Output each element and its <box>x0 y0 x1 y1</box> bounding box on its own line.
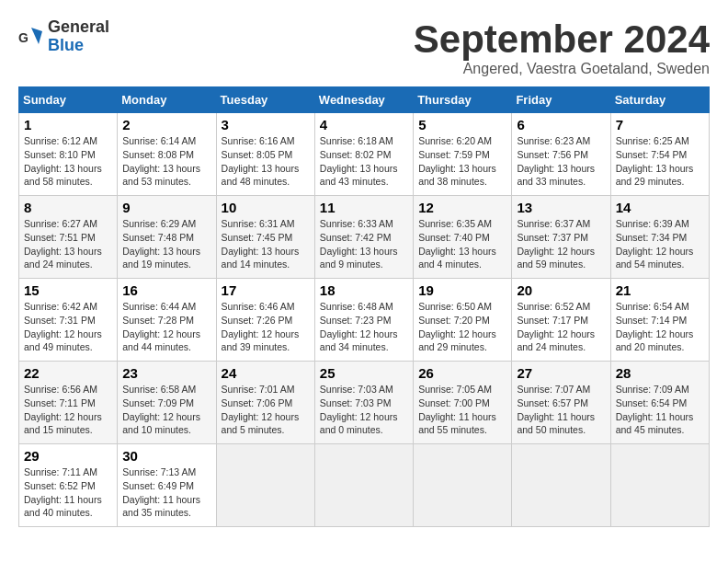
day-number: 26 <box>418 365 506 381</box>
calendar-cell <box>216 444 314 527</box>
title-block: September 2024 Angered, Vaestra Goetalan… <box>414 18 710 77</box>
day-number: 27 <box>517 365 605 381</box>
day-info: Sunrise: 6:46 AM Sunset: 7:26 PM Dayligh… <box>222 300 310 354</box>
logo: G General Blue <box>18 18 109 55</box>
day-info: Sunrise: 6:27 AM Sunset: 7:51 PM Dayligh… <box>24 217 112 271</box>
calendar-cell <box>512 444 610 527</box>
calendar-cell: 22Sunrise: 6:56 AM Sunset: 7:11 PM Dayli… <box>19 362 118 444</box>
calendar-cell: 20Sunrise: 6:52 AM Sunset: 7:17 PM Dayli… <box>512 279 610 362</box>
day-number: 6 <box>517 117 605 132</box>
day-number: 2 <box>122 117 210 132</box>
day-info: Sunrise: 6:31 AM Sunset: 7:45 PM Dayligh… <box>222 217 310 271</box>
day-info: Sunrise: 6:54 AM Sunset: 7:14 PM Dayligh… <box>616 300 704 354</box>
calendar-week-row: 22Sunrise: 6:56 AM Sunset: 7:11 PM Dayli… <box>19 362 710 444</box>
weekday-header: Tuesday <box>216 87 314 113</box>
day-number: 18 <box>320 282 408 298</box>
calendar-cell: 24Sunrise: 7:01 AM Sunset: 7:06 PM Dayli… <box>216 362 314 444</box>
day-number: 23 <box>122 365 210 381</box>
calendar-cell: 10Sunrise: 6:31 AM Sunset: 7:45 PM Dayli… <box>216 196 314 279</box>
calendar-cell: 15Sunrise: 6:42 AM Sunset: 7:31 PM Dayli… <box>19 279 118 362</box>
day-info: Sunrise: 6:52 AM Sunset: 7:17 PM Dayligh… <box>517 300 605 354</box>
weekday-header: Wednesday <box>314 87 413 113</box>
calendar-cell: 23Sunrise: 6:58 AM Sunset: 7:09 PM Dayli… <box>118 362 216 444</box>
day-info: Sunrise: 6:23 AM Sunset: 7:56 PM Dayligh… <box>517 134 605 189</box>
day-number: 14 <box>616 200 704 215</box>
day-number: 8 <box>24 200 112 215</box>
day-info: Sunrise: 7:13 AM Sunset: 6:49 PM Dayligh… <box>122 465 210 520</box>
calendar-table: SundayMondayTuesdayWednesdayThursdayFrid… <box>18 86 710 527</box>
day-info: Sunrise: 6:48 AM Sunset: 7:23 PM Dayligh… <box>320 300 408 354</box>
logo-text-blue: Blue <box>48 37 109 55</box>
page-header: G General Blue September 2024 Angered, V… <box>18 18 710 77</box>
day-info: Sunrise: 6:20 AM Sunset: 7:59 PM Dayligh… <box>418 134 506 189</box>
calendar-cell <box>610 444 709 527</box>
day-info: Sunrise: 7:01 AM Sunset: 7:06 PM Dayligh… <box>222 383 310 437</box>
day-number: 16 <box>122 282 210 298</box>
calendar-week-row: 1Sunrise: 6:12 AM Sunset: 8:10 PM Daylig… <box>19 113 710 196</box>
calendar-cell: 11Sunrise: 6:33 AM Sunset: 7:42 PM Dayli… <box>314 196 413 279</box>
calendar-cell: 28Sunrise: 7:09 AM Sunset: 6:54 PM Dayli… <box>610 362 709 444</box>
day-number: 12 <box>418 200 506 215</box>
day-number: 24 <box>222 365 310 381</box>
calendar-week-row: 29Sunrise: 7:11 AM Sunset: 6:52 PM Dayli… <box>19 444 710 527</box>
calendar-cell: 12Sunrise: 6:35 AM Sunset: 7:40 PM Dayli… <box>414 196 512 279</box>
calendar-cell: 27Sunrise: 7:07 AM Sunset: 6:57 PM Dayli… <box>512 362 610 444</box>
weekday-header: Friday <box>512 87 610 113</box>
day-number: 17 <box>222 282 310 298</box>
calendar-cell: 25Sunrise: 7:03 AM Sunset: 7:03 PM Dayli… <box>314 362 413 444</box>
calendar-cell: 13Sunrise: 6:37 AM Sunset: 7:37 PM Dayli… <box>512 196 610 279</box>
weekday-header-row: SundayMondayTuesdayWednesdayThursdayFrid… <box>19 87 710 113</box>
day-number: 5 <box>418 117 506 132</box>
calendar-cell: 19Sunrise: 6:50 AM Sunset: 7:20 PM Dayli… <box>414 279 512 362</box>
calendar-cell: 29Sunrise: 7:11 AM Sunset: 6:52 PM Dayli… <box>19 444 118 527</box>
day-info: Sunrise: 6:44 AM Sunset: 7:28 PM Dayligh… <box>122 300 210 354</box>
day-info: Sunrise: 6:56 AM Sunset: 7:11 PM Dayligh… <box>24 383 112 437</box>
day-info: Sunrise: 6:29 AM Sunset: 7:48 PM Dayligh… <box>122 217 210 271</box>
calendar-week-row: 15Sunrise: 6:42 AM Sunset: 7:31 PM Dayli… <box>19 279 710 362</box>
day-info: Sunrise: 6:37 AM Sunset: 7:37 PM Dayligh… <box>517 217 605 271</box>
day-info: Sunrise: 6:58 AM Sunset: 7:09 PM Dayligh… <box>122 383 210 437</box>
calendar-cell: 21Sunrise: 6:54 AM Sunset: 7:14 PM Dayli… <box>610 279 709 362</box>
calendar-cell: 8Sunrise: 6:27 AM Sunset: 7:51 PM Daylig… <box>19 196 118 279</box>
weekday-header: Monday <box>118 87 216 113</box>
calendar-week-row: 8Sunrise: 6:27 AM Sunset: 7:51 PM Daylig… <box>19 196 710 279</box>
day-number: 4 <box>320 117 408 132</box>
location: Angered, Vaestra Goetaland, Sweden <box>414 61 710 77</box>
day-number: 1 <box>24 117 112 132</box>
day-number: 10 <box>222 200 310 215</box>
day-info: Sunrise: 7:05 AM Sunset: 7:00 PM Dayligh… <box>418 383 506 437</box>
day-info: Sunrise: 6:16 AM Sunset: 8:05 PM Dayligh… <box>222 134 310 189</box>
calendar-cell: 16Sunrise: 6:44 AM Sunset: 7:28 PM Dayli… <box>118 279 216 362</box>
weekday-header: Saturday <box>610 87 709 113</box>
calendar-cell: 9Sunrise: 6:29 AM Sunset: 7:48 PM Daylig… <box>118 196 216 279</box>
calendar-cell: 14Sunrise: 6:39 AM Sunset: 7:34 PM Dayli… <box>610 196 709 279</box>
day-number: 3 <box>222 117 310 132</box>
day-number: 13 <box>517 200 605 215</box>
calendar-cell: 30Sunrise: 7:13 AM Sunset: 6:49 PM Dayli… <box>118 444 216 527</box>
calendar-cell: 4Sunrise: 6:18 AM Sunset: 8:02 PM Daylig… <box>314 113 413 196</box>
day-info: Sunrise: 6:35 AM Sunset: 7:40 PM Dayligh… <box>418 217 506 271</box>
day-info: Sunrise: 6:39 AM Sunset: 7:34 PM Dayligh… <box>616 217 704 271</box>
calendar-cell: 6Sunrise: 6:23 AM Sunset: 7:56 PM Daylig… <box>512 113 610 196</box>
calendar-cell: 5Sunrise: 6:20 AM Sunset: 7:59 PM Daylig… <box>414 113 512 196</box>
logo-icon: G <box>18 24 44 50</box>
month-title: September 2024 <box>414 18 710 61</box>
day-number: 19 <box>418 282 506 298</box>
day-number: 28 <box>616 365 704 381</box>
day-info: Sunrise: 6:14 AM Sunset: 8:08 PM Dayligh… <box>122 134 210 189</box>
calendar-cell: 26Sunrise: 7:05 AM Sunset: 7:00 PM Dayli… <box>414 362 512 444</box>
day-number: 29 <box>24 448 112 464</box>
logo-text-general: General <box>48 18 109 37</box>
day-info: Sunrise: 7:07 AM Sunset: 6:57 PM Dayligh… <box>517 383 605 437</box>
svg-marker-1 <box>31 28 42 44</box>
svg-text:G: G <box>18 30 28 45</box>
weekday-header: Sunday <box>19 87 118 113</box>
day-number: 9 <box>122 200 210 215</box>
calendar-cell: 7Sunrise: 6:25 AM Sunset: 7:54 PM Daylig… <box>610 113 709 196</box>
day-info: Sunrise: 7:11 AM Sunset: 6:52 PM Dayligh… <box>24 465 112 520</box>
calendar-cell: 18Sunrise: 6:48 AM Sunset: 7:23 PM Dayli… <box>314 279 413 362</box>
day-number: 15 <box>24 282 112 298</box>
day-number: 22 <box>24 365 112 381</box>
weekday-header: Thursday <box>414 87 512 113</box>
calendar-cell: 17Sunrise: 6:46 AM Sunset: 7:26 PM Dayli… <box>216 279 314 362</box>
